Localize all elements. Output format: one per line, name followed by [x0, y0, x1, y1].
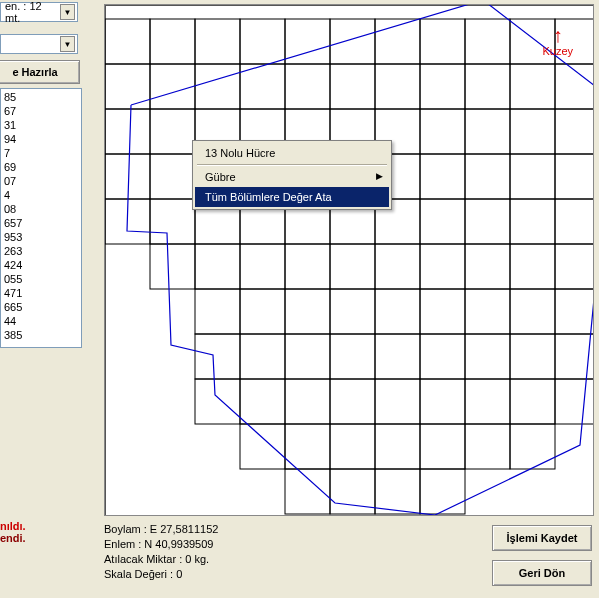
- svg-rect-53: [510, 199, 555, 244]
- list-item[interactable]: 385: [4, 328, 78, 342]
- svg-rect-65: [195, 289, 240, 334]
- status-line-2: endi.: [0, 532, 26, 544]
- list-item[interactable]: 94: [4, 132, 78, 146]
- prepare-button[interactable]: e Hazırla: [0, 60, 80, 84]
- list-item[interactable]: 471: [4, 286, 78, 300]
- svg-rect-5: [330, 19, 375, 64]
- svg-rect-1: [150, 19, 195, 64]
- svg-rect-19: [465, 64, 510, 109]
- svg-rect-83: [195, 379, 240, 424]
- svg-rect-62: [465, 244, 510, 289]
- list-item[interactable]: 69: [4, 160, 78, 174]
- svg-rect-91: [555, 379, 593, 424]
- list-item[interactable]: 31: [4, 118, 78, 132]
- svg-rect-32: [555, 109, 593, 154]
- svg-rect-3: [240, 19, 285, 64]
- list-item[interactable]: 67: [4, 104, 78, 118]
- svg-rect-33: [105, 154, 150, 199]
- svg-rect-15: [285, 64, 330, 109]
- context-menu-gubre[interactable]: Gübre ▶: [195, 167, 389, 187]
- chevron-down-icon[interactable]: ▼: [60, 36, 75, 52]
- svg-rect-81: [510, 334, 555, 379]
- svg-rect-102: [420, 469, 465, 514]
- dropdown-secondary[interactable]: ▼: [0, 34, 78, 54]
- save-button[interactable]: İşlemi Kaydet: [492, 525, 592, 551]
- svg-rect-20: [510, 64, 555, 109]
- list-item[interactable]: 953: [4, 230, 78, 244]
- svg-rect-56: [195, 244, 240, 289]
- svg-rect-29: [420, 109, 465, 154]
- svg-rect-75: [240, 334, 285, 379]
- svg-rect-52: [465, 199, 510, 244]
- context-menu-cell-info[interactable]: 13 Nolu Hücre: [195, 143, 389, 163]
- svg-rect-51: [420, 199, 465, 244]
- svg-rect-30: [465, 109, 510, 154]
- list-item[interactable]: 665: [4, 300, 78, 314]
- save-button-label: İşlemi Kaydet: [507, 532, 578, 544]
- svg-rect-2: [195, 19, 240, 64]
- svg-rect-88: [420, 379, 465, 424]
- list-item[interactable]: 4: [4, 188, 78, 202]
- context-menu-item-label: Gübre: [205, 171, 236, 183]
- svg-rect-13: [195, 64, 240, 109]
- list-item[interactable]: 44: [4, 314, 78, 328]
- svg-rect-22: [105, 109, 150, 154]
- svg-rect-79: [420, 334, 465, 379]
- svg-rect-98: [510, 424, 555, 469]
- svg-rect-61: [420, 244, 465, 289]
- list-item[interactable]: 7: [4, 146, 78, 160]
- svg-rect-93: [285, 424, 330, 469]
- list-item[interactable]: 424: [4, 258, 78, 272]
- svg-rect-77: [330, 334, 375, 379]
- svg-rect-64: [555, 244, 593, 289]
- left-status-text: nıldı. endi.: [0, 520, 26, 544]
- list-item[interactable]: 07: [4, 174, 78, 188]
- svg-rect-90: [510, 379, 555, 424]
- svg-rect-0: [105, 19, 150, 64]
- back-button-label: Geri Dön: [519, 567, 565, 579]
- svg-rect-18: [420, 64, 465, 109]
- svg-rect-87: [375, 379, 420, 424]
- svg-rect-96: [420, 424, 465, 469]
- list-item[interactable]: 08: [4, 202, 78, 216]
- svg-rect-11: [105, 64, 150, 109]
- svg-rect-43: [555, 154, 593, 199]
- svg-rect-45: [150, 199, 195, 244]
- svg-rect-74: [195, 334, 240, 379]
- svg-rect-41: [465, 154, 510, 199]
- svg-rect-42: [510, 154, 555, 199]
- svg-rect-55: [150, 244, 195, 289]
- menu-separator: [197, 164, 387, 166]
- context-menu-assign-all[interactable]: Tüm Bölümlere Değer Ata: [195, 187, 389, 207]
- status-line-1: nıldı.: [0, 520, 26, 532]
- status-miktar: Atılacak Miktar : 0 kg.: [104, 552, 404, 567]
- chevron-down-icon[interactable]: ▼: [60, 4, 75, 20]
- arrow-up-icon: ↑: [542, 25, 573, 45]
- svg-rect-67: [285, 289, 330, 334]
- list-item[interactable]: 85: [4, 90, 78, 104]
- svg-rect-7: [420, 19, 465, 64]
- svg-rect-95: [375, 424, 420, 469]
- prepare-button-label: e Hazırla: [12, 66, 57, 78]
- svg-rect-86: [330, 379, 375, 424]
- context-menu-item-label: 13 Nolu Hücre: [205, 147, 275, 159]
- list-item[interactable]: 055: [4, 272, 78, 286]
- list-item[interactable]: 263: [4, 244, 78, 258]
- svg-rect-23: [150, 109, 195, 154]
- north-indicator: ↑ Kuzey: [542, 25, 573, 57]
- map-grid-area[interactable]: ↑ Kuzey: [104, 4, 594, 516]
- svg-rect-80: [465, 334, 510, 379]
- svg-rect-8: [465, 19, 510, 64]
- context-menu: 13 Nolu Hücre Gübre ▶ Tüm Bölümlere Değe…: [192, 140, 392, 210]
- svg-rect-57: [240, 244, 285, 289]
- back-button[interactable]: Geri Dön: [492, 560, 592, 586]
- svg-rect-89: [465, 379, 510, 424]
- svg-rect-101: [375, 469, 420, 514]
- value-listbox[interactable]: 8567319476907408657953263424055471665443…: [0, 88, 82, 348]
- svg-rect-66: [240, 289, 285, 334]
- svg-rect-58: [285, 244, 330, 289]
- svg-rect-70: [420, 289, 465, 334]
- list-item[interactable]: 657: [4, 216, 78, 230]
- dropdown-cell-size[interactable]: en. : 12 mt. ▼: [0, 2, 78, 22]
- svg-rect-73: [555, 289, 593, 334]
